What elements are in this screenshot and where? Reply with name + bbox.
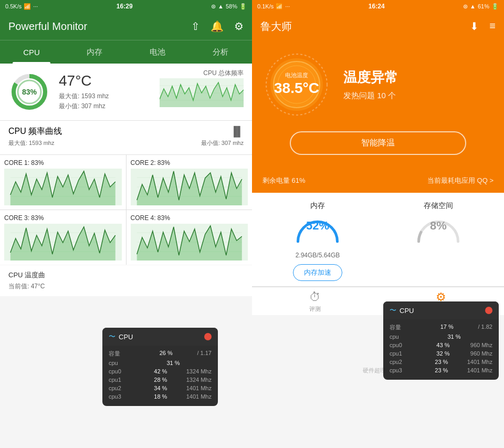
right-app-header: 鲁大师 ⬇ ≡ [252, 13, 504, 40]
core2-label: CORE 2: 83% [131, 159, 248, 166]
core4-label: CORE 4: 83% [131, 214, 248, 222]
cpu-donut-chart: 83% [8, 71, 50, 113]
storage-percent: 8% [430, 219, 447, 233]
popup-close-btn[interactable] [204, 333, 212, 340]
cooldown-button[interactable]: 智能降温 [290, 131, 466, 155]
battery-remaining: 剩余电量 61% [262, 176, 306, 185]
dots-menu: ··· [33, 3, 38, 9]
speed-indicator: 0.5K/s [5, 3, 22, 9]
right-status-bar: 0.1K/s 📶 ··· 16:24 ⊛ ▲ 61% 🔋 [252, 0, 504, 13]
right-wifi-pct: 61% [478, 3, 489, 9]
review-icon: ⏱ [309, 290, 321, 304]
right-popup-title: 〜 CPU [390, 306, 414, 315]
tab-battery[interactable]: 电池 [126, 40, 189, 64]
cpu-freq-info: 最大值: 1593 mhz 最小值: 307 mhz [59, 91, 109, 111]
battery-icon: 🔋 [239, 3, 247, 10]
right-popup-header: 〜 CPU [383, 301, 499, 319]
nav-tabs: CPU 内存 电池 分析 [0, 40, 252, 64]
signal-icon: 📶 [24, 3, 31, 10]
memory-block: 内存 52% 2.94GB/5.64GB 内存加速 [257, 201, 378, 281]
battery-temp-value: 38.5°C [274, 79, 319, 97]
storage-arc-gauge: 8% [412, 216, 465, 247]
cpu-chart-area: CPU 频率曲线 ▐▌ 最大值: 1593 mhz 最小值: 307 mhz [0, 121, 252, 155]
freq-min-label: 最小值: 307 mhz [201, 139, 244, 147]
menu-icon[interactable]: ≡ [489, 20, 496, 33]
tab-memory[interactable]: 内存 [63, 40, 126, 64]
settings-icon[interactable]: ⚙ [234, 20, 244, 33]
core-graphs: CORE 1: 83% CORE 2: 83% [0, 155, 252, 265]
cpu-min-freq: 最小值: 307 mhz [59, 101, 109, 111]
battery-top-app[interactable]: 当前最耗电应用 QQ > [427, 176, 494, 185]
cpu-wave-icon: 〜 [109, 332, 116, 341]
battery-info: 温度异常 发热问题 10 个 [343, 68, 494, 101]
cpu-chart-title: CPU 频率曲线 [8, 126, 62, 137]
right-panel: 0.1K/s 📶 ··· 16:24 ⊛ ▲ 61% 🔋 鲁大师 ⬇ ≡ [252, 0, 504, 448]
core3-canvas [4, 224, 122, 261]
cpu-max-freq: 最大值: 1593 mhz [59, 91, 109, 101]
right-dots: ··· [285, 3, 290, 9]
right-popup-row-1: cpu 31 % [390, 332, 492, 341]
status-bar-right: ⊛ ▲ 58% 🔋 [211, 3, 247, 10]
battery-percent: 58% [226, 3, 237, 9]
cpu-summary-label: CPU 总体频率 [203, 69, 244, 78]
right-popup-body: 容量 17 % / 1.82 cpu 31 % cpu0 43 % 960 Mh… [383, 319, 499, 380]
review-label: 评测 [309, 305, 321, 313]
cpu-temp-section: CPU 温度曲 当前值: 47°C [0, 265, 252, 296]
right-popup-close-btn[interactable] [485, 307, 492, 314]
right-popup-row-5: cpu3 23 % 1401 Mhz [390, 366, 492, 374]
right-popup-row-3: cpu1 32 % 960 Mhz [390, 349, 492, 358]
right-status-right: ⊛ ▲ 61% 🔋 [463, 3, 499, 10]
cpu-temp-section-title: CPU 温度曲 [8, 270, 244, 280]
cpu-freq-range: 最大值: 1593 mhz 最小值: 307 mhz [8, 139, 244, 147]
mem-storage-section: 内存 52% 2.94GB/5.64GB 内存加速 存储空间 8% [252, 193, 504, 287]
tab-cpu[interactable]: CPU [0, 40, 63, 64]
core4-canvas [131, 224, 248, 261]
freq-max-label: 最大值: 1593 mhz [8, 139, 54, 147]
left-cpu-popup: 〜 CPU 容量 26 % / 1.17 cpu 31 % cpu0 42 % … [102, 328, 218, 406]
right-cpu-popup: 〜 CPU 容量 17 % / 1.82 cpu 31 % cpu0 43 % … [383, 301, 499, 380]
left-status-bar: 0.5K/s 📶 ··· 16:29 ⊛ ▲ 58% 🔋 [0, 0, 252, 13]
battery-gauge-label: 电池温度 38.5°C [274, 71, 319, 97]
popup-row-3: cpu1 28 % 1324 Mhz [109, 376, 212, 384]
share-icon[interactable]: ⇧ [191, 20, 200, 33]
battery-footer: 剩余电量 61% 当前最耗电应用 QQ > [252, 172, 504, 193]
memory-size: 2.94GB/5.64GB [296, 252, 340, 259]
popup-row-2: cpu0 42 % 1324 Mhz [109, 367, 212, 376]
right-popup-row-0: 容量 17 % / 1.82 [390, 322, 492, 332]
left-app-header: Powerful Monitor ⇧ 🔔 ⚙ [0, 13, 252, 40]
cpu-sparkline [160, 78, 244, 107]
popup-row-4: cpu2 34 % 1401 Mhz [109, 384, 212, 392]
popup-row-5: cpu3 18 % 1401 Mhz [109, 392, 212, 401]
core4-graph: CORE 4: 83% [127, 210, 253, 265]
right-wifi-icon: ▲ [470, 3, 476, 9]
cpu-info: 47°C 最大值: 1593 mhz 最小值: 307 mhz [59, 72, 109, 111]
popup-body: 容量 26 % / 1.17 cpu 31 % cpu0 42 % 1324 M… [102, 346, 218, 406]
battery-temp-label: 电池温度 [274, 71, 319, 79]
status-bar-left: 0.5K/s 📶 ··· [5, 3, 38, 10]
memory-arc-gauge: 52% [291, 216, 344, 247]
right-time: 16:24 [369, 3, 385, 10]
right-signal-icon: 📶 [276, 3, 283, 10]
popup-title: 〜 CPU [109, 332, 133, 341]
memory-percent: 52% [306, 219, 329, 233]
bar-chart-icon: ▐▌ [230, 126, 244, 137]
memory-boost-button[interactable]: 内存加速 [293, 264, 342, 281]
alert-icon[interactable]: 🔔 [211, 20, 224, 33]
download-icon[interactable]: ⬇ [470, 20, 479, 33]
right-popup-row-4: cpu2 23 % 1401 Mhz [390, 358, 492, 366]
popup-header: 〜 CPU [102, 328, 218, 346]
watermark: 硬件超理 [363, 367, 386, 374]
app-title: Powerful Monitor [8, 20, 87, 33]
cpu-percent-label: 83% [22, 88, 37, 96]
core2-canvas [131, 169, 248, 205]
right-status-left: 0.1K/s 📶 ··· [257, 3, 290, 10]
cpu-chart-header: CPU 频率曲线 ▐▌ [8, 126, 244, 137]
right-app-title: 鲁大师 [260, 19, 292, 34]
battery-issue-count: 发热问题 10 个 [343, 91, 494, 101]
right-battery-icon: 🔋 [491, 3, 499, 10]
core3-label: CORE 3: 83% [4, 214, 122, 222]
battery-section: 电池温度 38.5°C 温度异常 发热问题 10 个 [252, 40, 504, 131]
nav-item-review[interactable]: ⏱ 评测 [252, 290, 378, 313]
storage-title: 存储空间 [424, 201, 453, 211]
tab-analysis[interactable]: 分析 [189, 40, 252, 64]
